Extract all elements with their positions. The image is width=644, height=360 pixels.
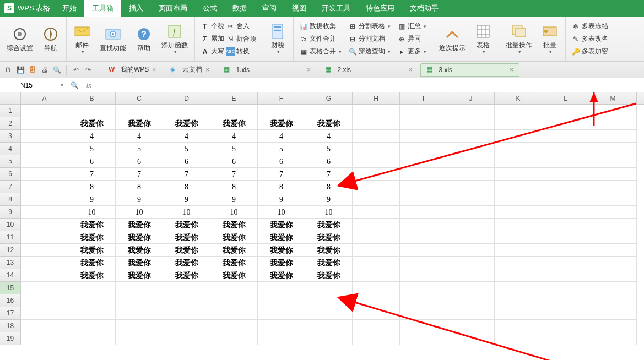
bangzhu-button[interactable]: ? 帮助 — [132, 23, 156, 54]
cell[interactable]: 5 — [163, 143, 210, 155]
col-header[interactable]: M — [589, 92, 637, 104]
cell[interactable] — [68, 282, 116, 294]
cell[interactable]: 我爱你 — [210, 269, 258, 282]
cell[interactable] — [447, 257, 495, 269]
cell[interactable] — [400, 244, 447, 257]
chazhaogn-button[interactable]: 查找功能 — [96, 23, 129, 54]
cell[interactable] — [589, 269, 637, 282]
cell[interactable] — [353, 269, 400, 282]
cell[interactable] — [495, 307, 542, 320]
cell[interactable]: 我爱你 — [210, 257, 258, 269]
cell[interactable] — [258, 320, 305, 332]
cell[interactable] — [447, 307, 495, 320]
tab-file2[interactable]: ▦ 2.xls × — [319, 63, 418, 77]
cell[interactable] — [589, 244, 637, 257]
cell[interactable]: 我爱你 — [305, 269, 353, 282]
caishui-button[interactable]: 财税 — [266, 20, 290, 57]
cell[interactable] — [353, 231, 400, 244]
cell[interactable] — [116, 282, 163, 294]
cell[interactable] — [21, 155, 68, 168]
row-header[interactable]: 7 — [0, 181, 21, 193]
cell[interactable]: 5 — [210, 143, 258, 155]
cell[interactable]: 我爱你 — [258, 269, 305, 282]
col-header[interactable]: C — [116, 92, 163, 104]
row-header[interactable]: 15 — [0, 282, 21, 294]
cell[interactable] — [305, 105, 353, 117]
col-header[interactable]: L — [542, 92, 589, 104]
cell[interactable] — [116, 105, 163, 117]
zonghe-button[interactable]: 综合设置 — [3, 23, 36, 54]
cell[interactable] — [400, 181, 447, 193]
cell[interactable] — [589, 130, 637, 143]
col-header[interactable]: B — [68, 92, 116, 104]
cell[interactable] — [163, 307, 210, 320]
cell[interactable] — [353, 332, 400, 345]
huizong-button[interactable]: ▥汇总 — [395, 20, 429, 32]
cell[interactable]: 我爱你 — [305, 244, 353, 257]
cell[interactable]: 4 — [258, 130, 305, 143]
cell[interactable] — [495, 257, 542, 269]
cell[interactable] — [589, 155, 637, 168]
cell[interactable]: 我爱你 — [258, 219, 305, 231]
cell[interactable] — [21, 294, 68, 307]
cell[interactable] — [258, 282, 305, 294]
cell[interactable] — [400, 105, 447, 117]
row-header[interactable]: 17 — [0, 307, 21, 320]
save-icon[interactable]: 💾 — [15, 65, 25, 75]
menu-tab-特色应用[interactable]: 特色应用 — [358, 0, 402, 17]
cell[interactable]: 9 — [210, 193, 258, 206]
cell[interactable] — [542, 269, 589, 282]
piliang-button[interactable]: 批量 — [538, 20, 562, 57]
close-icon[interactable]: × — [205, 66, 209, 74]
cell[interactable] — [163, 105, 210, 117]
yitong-button[interactable]: ⊕异同 — [395, 33, 429, 45]
cell[interactable]: 我爱你 — [68, 244, 116, 257]
cell[interactable]: 9 — [116, 193, 163, 206]
cell[interactable] — [210, 105, 258, 117]
cell[interactable] — [68, 307, 116, 320]
cell[interactable] — [210, 307, 258, 320]
fengewendang-button[interactable]: ⊟分割文档 — [346, 33, 393, 45]
row-header[interactable]: 4 — [0, 143, 21, 155]
cell[interactable] — [353, 105, 400, 117]
cell[interactable] — [400, 130, 447, 143]
cell[interactable] — [21, 117, 68, 130]
close-icon[interactable]: × — [307, 66, 311, 74]
youjian-button[interactable]: 邮件 — [70, 20, 94, 57]
cell[interactable] — [495, 282, 542, 294]
fx-label[interactable]: fx — [83, 81, 95, 89]
cell[interactable] — [400, 193, 447, 206]
cell[interactable]: 8 — [116, 181, 163, 193]
cell[interactable]: 6 — [258, 155, 305, 168]
cell[interactable]: 4 — [305, 130, 353, 143]
cell[interactable] — [589, 181, 637, 193]
cell[interactable]: 6 — [116, 155, 163, 168]
cell[interactable] — [447, 155, 495, 168]
cell[interactable]: 我爱你 — [68, 257, 116, 269]
zhucitishi-button[interactable]: 逐次提示 — [436, 23, 469, 54]
row-header[interactable]: 5 — [0, 155, 21, 168]
cell[interactable] — [542, 282, 589, 294]
cell[interactable] — [400, 219, 447, 231]
menu-tab-插入[interactable]: 插入 — [121, 0, 151, 17]
cell[interactable]: 我爱你 — [210, 244, 258, 257]
cell[interactable] — [21, 332, 68, 345]
cell[interactable] — [353, 307, 400, 320]
cell[interactable]: 6 — [68, 155, 116, 168]
cell[interactable] — [400, 155, 447, 168]
close-icon[interactable]: × — [408, 66, 412, 74]
cell[interactable]: 我爱你 — [163, 231, 210, 244]
new-icon[interactable]: 🗋 — [3, 65, 13, 75]
cell[interactable]: 7 — [68, 168, 116, 181]
cell[interactable] — [542, 130, 589, 143]
cell[interactable] — [258, 105, 305, 117]
gengduo-button[interactable]: ▸更多 — [395, 46, 429, 57]
cell[interactable]: 8 — [68, 181, 116, 193]
cell[interactable] — [116, 294, 163, 307]
cell[interactable] — [116, 332, 163, 345]
fengebiao-button[interactable]: ⊞分割表格 — [346, 20, 393, 32]
cell[interactable]: 10 — [210, 206, 258, 219]
cell[interactable] — [353, 320, 400, 332]
undo-icon[interactable]: ↶ — [71, 65, 81, 75]
menu-tab-数据[interactable]: 数据 — [225, 0, 255, 17]
